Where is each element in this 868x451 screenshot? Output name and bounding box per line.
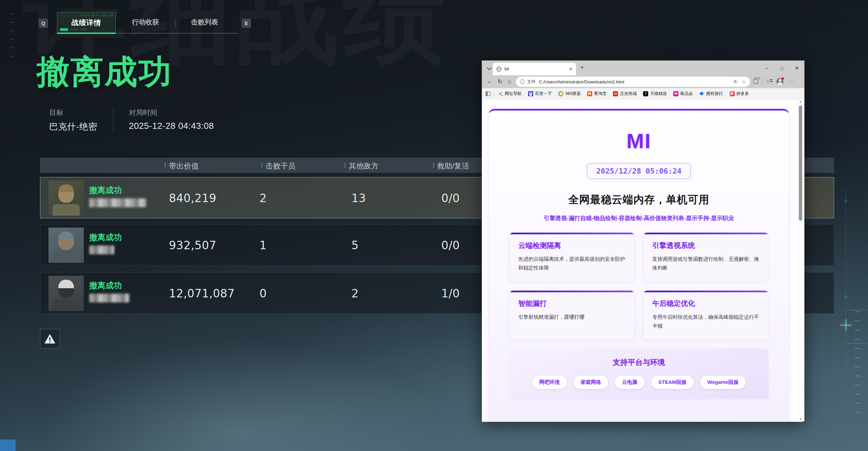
- corner-blue-patch: [0, 439, 16, 451]
- collections-icon[interactable]: [753, 79, 758, 84]
- feature-card: 智能漏打 引擎射线精准漏打，露哪打哪: [509, 290, 635, 340]
- player-name-blurred: [89, 198, 146, 207]
- back-icon[interactable]: ←: [487, 78, 493, 85]
- site-logo: MI: [489, 129, 789, 153]
- vip-favicon: 特: [673, 91, 678, 96]
- platform-pill[interactable]: Wegame国服: [700, 376, 746, 389]
- address-url[interactable]: C:/Users/Administrator/Downloads/mi2.htm…: [539, 79, 734, 84]
- page-info-icon[interactable]: i: [520, 79, 525, 84]
- player-name-blurred: [89, 294, 129, 302]
- tab-close-icon[interactable]: ✕: [569, 66, 573, 72]
- bookmark-tmall[interactable]: T天猫精选: [643, 91, 667, 97]
- other-enemies-value: 13: [351, 192, 366, 205]
- maximize-button[interactable]: □: [774, 61, 789, 75]
- favorite-star-icon[interactable]: ☆: [741, 79, 746, 84]
- bookmark-pdd[interactable]: 拼拼多多: [730, 91, 749, 97]
- platform-pill[interactable]: STEAM国服: [651, 376, 694, 389]
- rescue-value: 1/0: [441, 287, 460, 300]
- extraction-success-title: 撤离成功: [37, 50, 172, 95]
- ruler-ticks: [10, 14, 14, 64]
- warning-triangle-icon: [44, 333, 56, 344]
- scroll-down-arrow[interactable]: ▼: [798, 417, 803, 422]
- home-icon[interactable]: ⌂: [508, 78, 511, 85]
- browser-tab-title: MI: [504, 66, 569, 72]
- tab-kill-list[interactable]: 击败列表: [190, 18, 219, 27]
- bookmarks-divider: [494, 91, 494, 96]
- file-scheme-label: 文件: [527, 79, 536, 85]
- bookmark-baidu[interactable]: 百度一下: [528, 91, 552, 97]
- player-avatar: [49, 180, 84, 216]
- sidebar-toggle-icon[interactable]: [485, 92, 490, 96]
- page-scrollbar[interactable]: ▲ ▼: [797, 99, 803, 422]
- address-bar[interactable]: i 文件 C:/Users/Administrator/Downloads/mi…: [516, 77, 750, 87]
- feature-card: 引擎透视系统 直接调用游戏引擎函数进行绘制，无视解密、掩体判断: [643, 232, 769, 282]
- scroll-up-arrow[interactable]: ▲: [798, 99, 803, 104]
- bookmark-jd[interactable]: JD京东商城: [613, 91, 637, 97]
- rescue-value: 0/0: [441, 239, 460, 252]
- page-card: MI 2025/12/28 05:06:24 全网最稳云端内存，单机可用 引擎透…: [488, 109, 789, 422]
- bookmark-vip[interactable]: 特唯品会: [673, 91, 693, 97]
- col-operators-defeated: 击败干员: [266, 161, 295, 171]
- other-enemies-value: 5: [351, 239, 359, 252]
- feature-card: 云端检测隔离 先进的云端隔离技术，提供最高级别的安全防护和稳定性保障: [509, 232, 635, 282]
- read-aloud-icon[interactable]: A⁾: [734, 79, 737, 84]
- tab-underline: [116, 33, 238, 34]
- carried-value: 12,071,087: [169, 287, 235, 300]
- settings-more-icon[interactable]: ···: [788, 78, 794, 84]
- col-carried-value: 带出价值: [169, 161, 199, 171]
- bookmark-ctrip[interactable]: 携程旅行: [699, 91, 723, 97]
- rescue-value: 0/0: [441, 192, 460, 205]
- bookmark-hao123[interactable]: ✔网址导航: [498, 91, 522, 97]
- row-status: 撤离成功: [89, 232, 122, 243]
- browser-window: MI ✕ + − □ ✕ ← ↻ ⌂ i 文件 C:/Users/Adminis…: [482, 60, 805, 421]
- keyboard-hint-e: E: [242, 19, 251, 28]
- bookmark-360[interactable]: 360搜索: [558, 91, 581, 97]
- new-tab-button[interactable]: +: [580, 64, 584, 71]
- player-avatar: [49, 276, 84, 311]
- hao123-favicon: ✔: [498, 91, 503, 96]
- navbar-divider: [762, 79, 763, 85]
- browser-titlebar: MI ✕ + − □ ✕: [482, 61, 804, 75]
- keyboard-hint-q: Q: [39, 19, 48, 28]
- carried-value: 932,507: [169, 239, 216, 252]
- minimize-button[interactable]: −: [759, 61, 774, 75]
- kills-value: 1: [259, 239, 267, 252]
- refresh-icon[interactable]: ↻: [498, 78, 502, 85]
- match-meta: 目标 巴克什-绝密 对局时间 2025-12-28 04:43:08: [49, 108, 230, 133]
- hud-bracket-top: [847, 310, 867, 310]
- platform-pill[interactable]: 网吧环境: [532, 376, 567, 389]
- page-headline: 全网最稳云端内存，单机可用: [489, 193, 789, 207]
- tab-actions-chevron-icon[interactable]: [485, 65, 493, 72]
- match-time-label: 对局时间: [129, 108, 214, 117]
- tmall-favicon: T: [643, 91, 648, 96]
- platform-pill[interactable]: 云电脑: [615, 376, 644, 389]
- browser-navbar: ← ↻ ⌂ i 文件 C:/Users/Administrator/Downlo…: [482, 75, 804, 88]
- hud-tick-column: [855, 311, 860, 421]
- scrollbar-thumb[interactable]: [799, 105, 802, 221]
- timestamp-pill: 2025/12/28 05:06:24: [587, 163, 691, 179]
- carried-value: 840,219: [169, 192, 216, 205]
- player-name-blurred: [89, 246, 114, 254]
- feature-cards: 云端检测隔离 先进的云端隔离技术，提供最高级别的安全防护和稳定性保障 引擎透视系…: [509, 232, 769, 340]
- browser-tab[interactable]: MI ✕: [493, 63, 576, 75]
- features-line: 引擎透视-漏打自瞄-物品绘制-容器绘制-高价值物资列表-显示手持-显示职业: [489, 214, 789, 222]
- game-screen: 详细战绩 Q 3 15 1 28 9 1 28 3 28 战绩详情 HAWK O…: [0, 0, 868, 451]
- platform-section: 支持平台与环境 网吧环境 家庭网络 云电脑 STEAM国服 Wegame国服: [509, 349, 769, 399]
- bookmark-taobao[interactable]: 淘爱淘宝: [587, 91, 607, 97]
- objective-value: 巴克什-绝密: [49, 121, 97, 133]
- col-rescue-revive: 救助/复活: [437, 161, 469, 171]
- hud-cross-marker: [844, 199, 848, 203]
- tab-action-gains[interactable]: 行动收获: [131, 18, 160, 27]
- warning-button[interactable]: [40, 329, 60, 349]
- kills-value: 2: [259, 192, 267, 205]
- favorites-list-icon[interactable]: ☆: [766, 78, 770, 84]
- row-status: 撤离成功: [89, 280, 122, 291]
- tab-battle-details[interactable]: 3 15 1 28 9 1 28 3 28 战绩详情 HAWK OPS: [57, 12, 116, 34]
- kills-value: 0: [259, 287, 267, 300]
- jd-favicon: JD: [613, 91, 618, 96]
- other-enemies-value: 2: [351, 287, 359, 300]
- platform-pill[interactable]: 家庭网络: [574, 376, 608, 389]
- close-button[interactable]: ✕: [789, 61, 804, 75]
- hud-crosshair: [840, 319, 851, 331]
- col-other-enemies: 其他敌方: [349, 161, 379, 171]
